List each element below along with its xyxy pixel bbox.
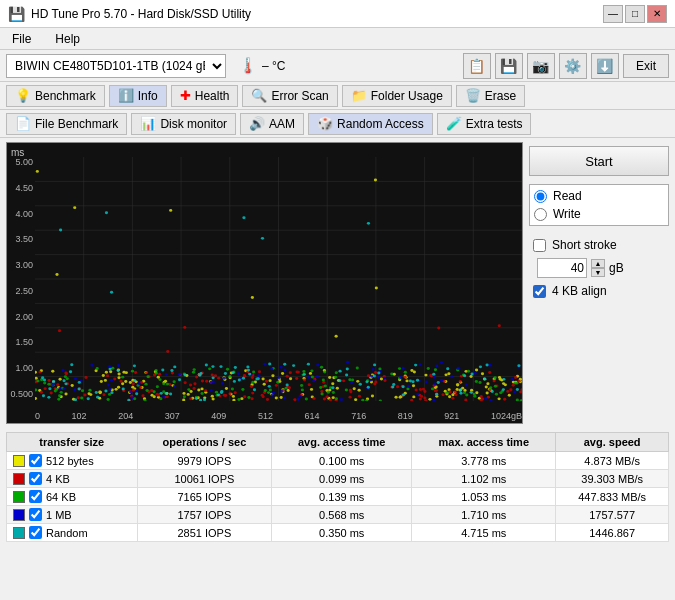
svg-point-632 xyxy=(78,381,81,384)
tab-info[interactable]: ℹ️ Info xyxy=(109,85,167,107)
camera-button[interactable]: 📷 xyxy=(527,53,555,79)
x-label-3: 307 xyxy=(165,411,180,421)
short-stroke-checkbox-label[interactable]: Short stroke xyxy=(533,238,665,252)
svg-point-497 xyxy=(135,389,138,392)
write-radio-input[interactable] xyxy=(534,208,547,221)
close-button[interactable]: ✕ xyxy=(647,5,667,23)
align-checkbox-label[interactable]: 4 KB align xyxy=(533,284,665,298)
row-checkbox-0[interactable] xyxy=(29,454,42,467)
svg-point-396 xyxy=(226,368,229,371)
exit-button[interactable]: Exit xyxy=(623,54,669,78)
svg-point-71 xyxy=(263,383,266,386)
svg-point-336 xyxy=(435,389,438,392)
disk-selector[interactable]: BIWIN CE480T5D101-1TB (1024 gB) xyxy=(6,54,226,78)
svg-point-495 xyxy=(117,364,120,367)
table-row: Random 2851 IOPS 0.350 ms 4.715 ms 1446.… xyxy=(7,524,669,542)
tab-aam[interactable]: 🔊 AAM xyxy=(240,113,304,135)
svg-point-605 xyxy=(437,381,440,384)
svg-point-66 xyxy=(59,378,62,381)
download-button[interactable]: ⬇️ xyxy=(591,53,619,79)
tab-disk-monitor[interactable]: 📊 Disk monitor xyxy=(131,113,236,135)
svg-point-615 xyxy=(127,399,130,401)
svg-point-67 xyxy=(497,397,500,400)
spinner-up[interactable]: ▲ xyxy=(591,259,605,268)
svg-point-425 xyxy=(215,391,218,394)
svg-point-628 xyxy=(338,370,341,373)
svg-point-585 xyxy=(74,398,77,401)
tab-file-benchmark[interactable]: 📄 File Benchmark xyxy=(6,113,127,135)
align-checkbox[interactable] xyxy=(533,285,546,298)
tab-extra-tests[interactable]: 🧪 Extra tests xyxy=(437,113,532,135)
cell-max-access-3: 1.710 ms xyxy=(412,506,556,524)
menu-help[interactable]: Help xyxy=(51,31,84,47)
svg-point-211 xyxy=(464,399,467,401)
svg-point-633 xyxy=(212,376,215,379)
svg-point-577 xyxy=(392,383,395,386)
svg-point-60 xyxy=(456,383,459,386)
table-row: 1 MB 1757 IOPS 0.568 ms 1.710 ms 1757.57… xyxy=(7,506,669,524)
svg-point-394 xyxy=(348,378,351,381)
tab-random-access[interactable]: 🎲 Random Access xyxy=(308,113,433,135)
svg-point-511 xyxy=(221,382,224,385)
svg-point-457 xyxy=(121,376,124,379)
svg-point-105 xyxy=(280,396,283,399)
row-checkbox-3[interactable] xyxy=(29,508,42,521)
read-radio-input[interactable] xyxy=(534,190,547,203)
svg-point-453 xyxy=(520,399,522,401)
svg-point-294 xyxy=(47,379,50,382)
svg-point-531 xyxy=(58,387,61,390)
spinner-down[interactable]: ▼ xyxy=(591,268,605,277)
svg-point-172 xyxy=(289,377,292,380)
settings-button[interactable]: ⚙️ xyxy=(559,53,587,79)
svg-point-77 xyxy=(182,398,185,401)
tab-erase[interactable]: 🗑️ Erase xyxy=(456,85,525,107)
svg-point-661 xyxy=(416,379,419,382)
svg-point-341 xyxy=(266,398,269,401)
tab-health[interactable]: ✚ Health xyxy=(171,85,239,107)
tab-error-scan[interactable]: 🔍 Error Scan xyxy=(242,85,337,107)
scatter-plot xyxy=(35,157,522,401)
short-stroke-input[interactable] xyxy=(537,258,587,278)
svg-point-136 xyxy=(309,372,312,375)
svg-point-240 xyxy=(113,378,116,381)
svg-point-592 xyxy=(95,391,98,394)
svg-point-660 xyxy=(253,388,256,391)
read-radio[interactable]: Read xyxy=(534,189,664,203)
write-radio[interactable]: Write xyxy=(534,207,664,221)
svg-point-619 xyxy=(463,374,466,377)
svg-point-141 xyxy=(475,368,478,371)
svg-point-542 xyxy=(440,361,443,364)
svg-point-399 xyxy=(155,372,158,375)
svg-point-106 xyxy=(405,379,408,382)
svg-point-283 xyxy=(503,398,506,401)
svg-point-91 xyxy=(447,372,450,375)
row-checkbox-2[interactable] xyxy=(29,490,42,503)
erase-icon: 🗑️ xyxy=(465,88,481,103)
row-checkbox-4[interactable] xyxy=(29,526,42,539)
svg-point-197 xyxy=(262,378,265,381)
svg-point-276 xyxy=(193,382,196,385)
start-button[interactable]: Start xyxy=(529,146,669,176)
svg-point-558 xyxy=(377,376,380,379)
tab-benchmark[interactable]: 💡 Benchmark xyxy=(6,85,105,107)
save-button[interactable]: 💾 xyxy=(495,53,523,79)
svg-point-461 xyxy=(467,370,470,373)
tab-folder-usage[interactable]: 📁 Folder Usage xyxy=(342,85,452,107)
svg-point-202 xyxy=(374,178,377,181)
svg-point-543 xyxy=(433,382,436,385)
short-stroke-checkbox[interactable] xyxy=(533,239,546,252)
svg-point-562 xyxy=(432,398,435,401)
copy-button[interactable]: 📋 xyxy=(463,53,491,79)
svg-point-96 xyxy=(448,395,451,398)
maximize-button[interactable]: □ xyxy=(625,5,645,23)
svg-point-551 xyxy=(510,378,513,381)
menu-file[interactable]: File xyxy=(8,31,35,47)
row-checkbox-1[interactable] xyxy=(29,472,42,485)
svg-point-142 xyxy=(109,370,112,373)
svg-point-676 xyxy=(242,216,245,219)
svg-point-462 xyxy=(107,398,110,401)
minimize-button[interactable]: — xyxy=(603,5,623,23)
write-label: Write xyxy=(553,207,581,221)
svg-point-470 xyxy=(264,389,267,392)
cell-max-access-2: 1.053 ms xyxy=(412,488,556,506)
